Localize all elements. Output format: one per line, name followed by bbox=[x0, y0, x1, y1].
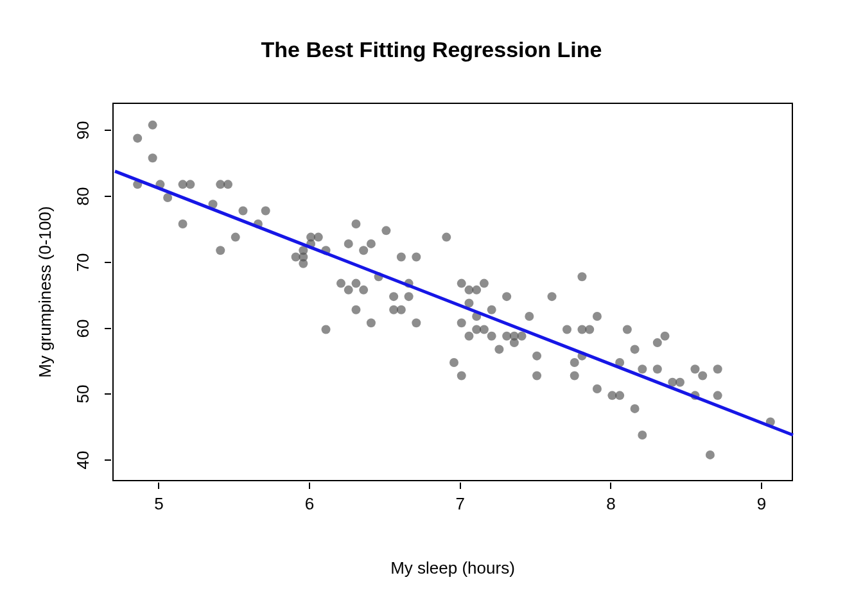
scatter-point bbox=[653, 364, 662, 373]
scatter-point bbox=[487, 332, 496, 341]
scatter-point bbox=[472, 286, 481, 295]
y-axis-label: My grumpiness (0-100) bbox=[35, 103, 55, 481]
scatter-point bbox=[480, 279, 489, 288]
y-tick bbox=[105, 196, 111, 197]
scatter-point bbox=[676, 378, 684, 387]
x-tick bbox=[761, 483, 762, 489]
plot-area bbox=[112, 103, 793, 481]
scatter-point bbox=[148, 153, 157, 162]
scatter-point bbox=[344, 286, 353, 295]
scatter-point bbox=[442, 233, 451, 242]
scatter-point bbox=[179, 219, 187, 228]
scatter-point bbox=[464, 332, 473, 341]
y-tick-label: 70 bbox=[73, 253, 93, 271]
scatter-point bbox=[344, 239, 353, 248]
x-tick-label: 8 bbox=[606, 494, 615, 514]
y-tick-label: 90 bbox=[73, 121, 93, 140]
x-tick bbox=[610, 483, 611, 489]
scatter-point bbox=[653, 338, 662, 347]
scatter-point bbox=[631, 345, 640, 354]
figure: The Best Fitting Regression Line My grum… bbox=[0, 0, 863, 616]
y-tick-label: 60 bbox=[73, 319, 93, 338]
y-tick bbox=[105, 459, 111, 461]
scatter-point bbox=[713, 364, 722, 373]
scatter-point bbox=[480, 325, 489, 334]
y-tick bbox=[105, 328, 111, 329]
scatter-point bbox=[322, 325, 331, 334]
scatter-point bbox=[351, 305, 360, 314]
scatter-point bbox=[698, 372, 707, 381]
scatter-point bbox=[412, 318, 421, 327]
scatter-point bbox=[449, 358, 458, 367]
scatter-point bbox=[457, 279, 466, 288]
scatter-point bbox=[623, 325, 632, 334]
chart-title: The Best Fitting Regression Line bbox=[0, 37, 863, 62]
scatter-point bbox=[593, 312, 602, 321]
scatter-point bbox=[351, 219, 360, 228]
scatter-point bbox=[231, 233, 240, 242]
scatter-point bbox=[631, 404, 640, 413]
scatter-point bbox=[585, 325, 594, 334]
y-tick-label: 50 bbox=[73, 385, 93, 404]
scatter-point bbox=[381, 226, 390, 235]
scatter-point bbox=[690, 364, 699, 373]
scatter-point bbox=[713, 391, 722, 400]
scatter-point bbox=[367, 239, 376, 248]
scatter-point bbox=[706, 450, 715, 459]
scatter-point bbox=[397, 252, 406, 261]
scatter-point bbox=[412, 252, 421, 261]
scatter-point bbox=[615, 391, 624, 400]
scatter-point bbox=[238, 206, 247, 215]
regression-line bbox=[115, 171, 793, 435]
scatter-point bbox=[359, 246, 368, 255]
x-tick bbox=[309, 483, 310, 489]
scatter-point bbox=[223, 180, 232, 189]
scatter-point bbox=[148, 121, 157, 130]
scatter-point bbox=[336, 279, 345, 288]
scatter-point bbox=[562, 325, 571, 334]
scatter-point bbox=[548, 292, 557, 301]
scatter-point bbox=[133, 133, 142, 142]
scatter-point bbox=[661, 332, 670, 341]
scatter-point bbox=[532, 352, 541, 361]
x-tick-label: 5 bbox=[154, 494, 163, 514]
plot-svg bbox=[114, 104, 792, 480]
x-tick-label: 9 bbox=[757, 494, 766, 514]
scatter-point bbox=[518, 332, 527, 341]
scatter-point bbox=[359, 286, 368, 295]
scatter-point bbox=[314, 233, 323, 242]
scatter-point bbox=[638, 431, 647, 440]
x-tick-label: 6 bbox=[305, 494, 314, 514]
scatter-point bbox=[397, 305, 406, 314]
y-tick bbox=[105, 393, 111, 395]
scatter-point bbox=[216, 246, 225, 255]
scatter-point bbox=[502, 292, 511, 301]
scatter-point bbox=[494, 345, 503, 354]
x-axis-label: My sleep (hours) bbox=[112, 558, 793, 578]
scatter-point bbox=[261, 206, 270, 215]
scatter-point bbox=[638, 364, 647, 373]
x-tick bbox=[158, 483, 159, 489]
scatter-point bbox=[577, 272, 586, 281]
y-tick-label: 40 bbox=[73, 451, 93, 470]
y-tick-label: 80 bbox=[73, 187, 93, 205]
scatter-point bbox=[299, 259, 308, 268]
scatter-point bbox=[532, 372, 541, 381]
scatter-point bbox=[389, 292, 398, 301]
scatter-point bbox=[570, 372, 579, 381]
scatter-point bbox=[405, 292, 414, 301]
scatter-point bbox=[457, 372, 466, 381]
x-tick bbox=[460, 483, 461, 489]
scatter-point bbox=[570, 358, 579, 367]
y-tick bbox=[105, 262, 111, 263]
scatter-point bbox=[593, 384, 602, 393]
scatter-point bbox=[186, 180, 195, 189]
y-tick bbox=[105, 130, 111, 131]
scatter-point bbox=[487, 305, 496, 314]
scatter-point bbox=[351, 279, 360, 288]
scatter-point bbox=[457, 318, 466, 327]
scatter-point bbox=[367, 318, 376, 327]
scatter-point bbox=[525, 312, 534, 321]
x-tick-label: 7 bbox=[455, 494, 464, 514]
